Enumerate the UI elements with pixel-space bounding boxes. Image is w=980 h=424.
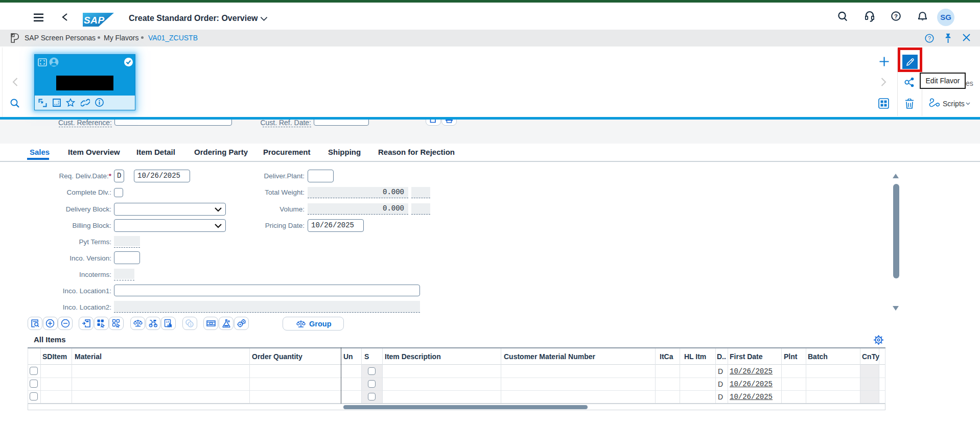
svg-text:?: ? <box>894 13 898 19</box>
svg-text:?: ? <box>928 35 931 41</box>
svg-text:SAP: SAP <box>84 15 105 26</box>
svg-text:$: $ <box>190 323 192 326</box>
svg-text:14: 14 <box>166 320 169 323</box>
